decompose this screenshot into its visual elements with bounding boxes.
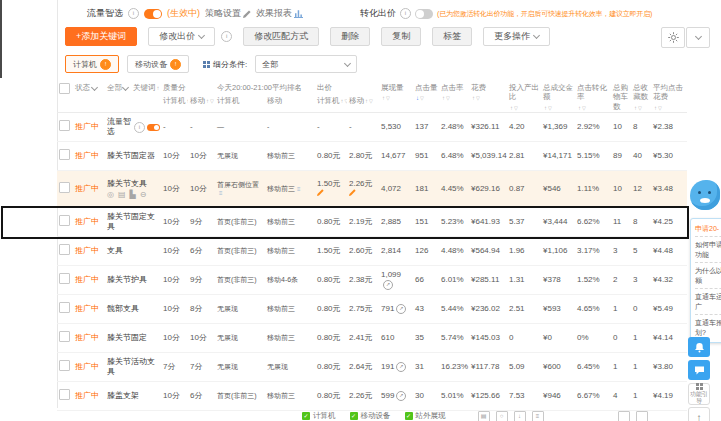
info-icon[interactable]: i xyxy=(221,31,232,42)
bid-pc[interactable]: 0.80元 xyxy=(317,275,341,284)
header-quality-mobile[interactable]: 移动↑▽ xyxy=(188,96,215,106)
header-metric[interactable]: 总成交金额↑▽ xyxy=(541,80,575,112)
filter-funnel-icon[interactable]: ▽ xyxy=(386,95,390,101)
table-row[interactable]: 推广中 膝关节固定支具 10分 9分 首页(非前三) 移动前三 0.80元 2.… xyxy=(57,208,687,237)
notification-button[interactable] xyxy=(688,337,710,357)
sort-icon[interactable]: ↑ xyxy=(654,105,657,111)
header-keyword[interactable]: 全部关键词↑ xyxy=(105,80,161,112)
faq-link[interactable]: 直通车运营推广 xyxy=(695,290,721,313)
filter-funnel-icon[interactable]: ▽ xyxy=(514,105,518,111)
bid-mobile[interactable]: 2.38元 xyxy=(349,275,373,284)
assistant-mascot-icon[interactable] xyxy=(690,180,720,210)
conversion-bid-toggle[interactable] xyxy=(415,9,433,19)
sort-icon[interactable]: ↑ xyxy=(442,95,445,101)
keyword-link[interactable]: 膝关节支具 xyxy=(107,179,147,189)
download-tool-icon[interactable]: ↓ xyxy=(514,411,526,421)
row-checkbox[interactable] xyxy=(59,360,70,371)
settings-gear-button[interactable] xyxy=(661,27,685,48)
keyword-link[interactable]: 膝关节活动支具 xyxy=(107,357,160,376)
row-checkbox[interactable] xyxy=(59,149,70,160)
menu-tool-icon[interactable]: ≡ xyxy=(532,411,544,421)
header-metric[interactable]: 花费↑▽ xyxy=(469,80,507,112)
sort-icon[interactable]: ↓ xyxy=(416,95,419,101)
bid-pc[interactable]: 0.80元 xyxy=(317,333,341,342)
chart-tool-icon[interactable]: ▤ xyxy=(478,411,490,421)
legend-mobile[interactable]: ✓移动设备 xyxy=(350,411,391,421)
sort-icon[interactable]: ↑ xyxy=(472,95,475,101)
bid-mobile[interactable]: 2.19元 xyxy=(349,217,373,226)
row-checkbox[interactable] xyxy=(59,273,70,284)
header-quality-pc[interactable]: 计算机↑▽ xyxy=(161,96,188,106)
table-row[interactable]: 推广中 支具 10分 6分 首页(非前三) 移动前三 1.50元 2.60元 2… xyxy=(57,237,687,266)
faq-link[interactable]: 如何申请图片功能 xyxy=(695,238,721,261)
sort-icon[interactable]: ↑ xyxy=(157,85,160,91)
sort-icon[interactable]: ↑ xyxy=(365,98,368,104)
copy-button[interactable]: 复制 xyxy=(381,27,421,46)
header-bid-mobile[interactable]: 移动↑▽ xyxy=(347,96,379,106)
sort-icon[interactable]: ↑ xyxy=(634,105,637,111)
row-checkbox[interactable] xyxy=(59,120,70,131)
tab-computer[interactable]: 计算机 ! xyxy=(65,55,119,73)
bid-mobile[interactable]: - xyxy=(349,122,352,131)
bid-mobile[interactable]: 2.41元 xyxy=(349,333,373,342)
select-all-checkbox[interactable] xyxy=(59,83,70,94)
table-row[interactable]: 推广中 髋部支具 10分 8分 无展现 移动前三 0.80元 2.75元 791… xyxy=(57,295,687,324)
pager-icon[interactable] xyxy=(636,411,648,421)
filter-funnel-icon[interactable]: ▽ xyxy=(548,105,552,111)
sort-icon[interactable]: ↑ xyxy=(206,98,209,104)
table-row[interactable]: 推广中 膝关节护具 10分 9分 首页(非前三) 移动4-6条 0.80元 2.… xyxy=(57,266,687,295)
edit-bid-pencil-icon[interactable] xyxy=(349,189,356,196)
header-metric[interactable]: 投入产出比↑▽ xyxy=(507,80,541,112)
filter-funnel-icon[interactable]: ▽ xyxy=(369,98,373,104)
smart-traffic-toggle[interactable] xyxy=(144,9,162,19)
smart-traffic-row-toggle[interactable] xyxy=(147,124,160,131)
effect-report-link[interactable]: 效果报表 xyxy=(256,7,303,20)
refresh-tool-icon[interactable]: ○ xyxy=(496,411,508,421)
bid-pc[interactable]: 1.50元 xyxy=(317,179,341,188)
faq-link[interactable]: 为什么以日限额 xyxy=(695,264,721,287)
bid-pc[interactable]: 0.80元 xyxy=(317,391,341,400)
modify-match-button[interactable]: 修改匹配方式 xyxy=(243,27,319,46)
strategy-settings-link[interactable]: 策略设置 xyxy=(205,7,251,20)
keyword-link[interactable]: 髋部支具 xyxy=(107,304,139,314)
tag-button[interactable]: 标签 xyxy=(432,27,472,46)
header-bid-pc[interactable]: 计算机↑▽ xyxy=(315,96,347,106)
keyword-link[interactable]: 膝关节固定 xyxy=(107,333,147,343)
condition-select[interactable]: 全部 xyxy=(255,55,357,73)
header-metric[interactable]: 总收藏数↑▽ xyxy=(631,80,651,112)
row-checkbox[interactable] xyxy=(59,389,70,400)
filter-funnel-icon[interactable]: ▽ xyxy=(658,105,662,111)
collapse-panel-button[interactable] xyxy=(686,27,710,48)
faq-link[interactable]: 申请20- xyxy=(695,222,721,235)
back-to-top-button[interactable]: ↑ xyxy=(688,407,710,421)
filter-funnel-icon[interactable]: ▽ xyxy=(210,98,214,104)
bid-pc[interactable]: 0.80元 xyxy=(317,151,341,160)
feature-guide-button[interactable]: 功能引导 xyxy=(688,383,710,405)
row-checkbox[interactable] xyxy=(59,244,70,255)
bid-mobile[interactable]: 2.26元 xyxy=(349,179,373,188)
legend-computer[interactable]: ✓计算机 xyxy=(302,411,336,421)
bid-pc[interactable]: 0.80元 xyxy=(317,217,341,226)
filter-funnel-icon[interactable]: ▽ xyxy=(476,95,480,101)
rank-trend-icon[interactable]: ≡ xyxy=(297,186,301,192)
modify-bid-button[interactable]: 修改出价 xyxy=(148,27,215,46)
bid-mobile[interactable]: 2.64元 xyxy=(349,362,373,371)
sort-icon[interactable]: ↑ xyxy=(382,95,385,101)
impression-trend-icon[interactable]: ↗ xyxy=(396,304,406,314)
report-icon[interactable]: ▤ xyxy=(118,191,126,199)
filter-funnel-icon[interactable]: ▽ xyxy=(420,95,424,101)
header-metric[interactable]: 平均点击花费↑▽ xyxy=(651,80,684,112)
bid-mobile[interactable]: 2.75元 xyxy=(349,304,373,313)
header-metric[interactable]: 点击转化率↑▽ xyxy=(575,80,611,112)
table-row[interactable]: 推广中 膝盖支架 10分 6分 首页(非前三) 移动前三 0.80元 2.26元… xyxy=(57,382,687,411)
info-icon[interactable]: i xyxy=(134,122,145,133)
more-operations-button[interactable]: 更多操作 xyxy=(483,27,550,46)
table-row[interactable]: 推广中 膝关节活动支具 7分 7分 无展现 无展现 0.80元 2.64元 19… xyxy=(57,353,687,382)
bid-pc[interactable]: 0.80元 xyxy=(317,304,341,313)
table-row[interactable]: 推广中 膝关节支具 ◎▤▙⊖ 10分 10分 首屏右侧位置≡ 移动前三≡ 1.5… xyxy=(57,171,687,208)
keyword-link[interactable]: 膝盖支架 xyxy=(107,391,139,401)
bid-pc[interactable]: - xyxy=(317,122,320,131)
tab-mobile[interactable]: 移动设备 ! xyxy=(127,55,189,73)
remove-icon[interactable]: ⊖ xyxy=(140,191,147,199)
bid-mobile[interactable]: 2.80元 xyxy=(349,151,373,160)
